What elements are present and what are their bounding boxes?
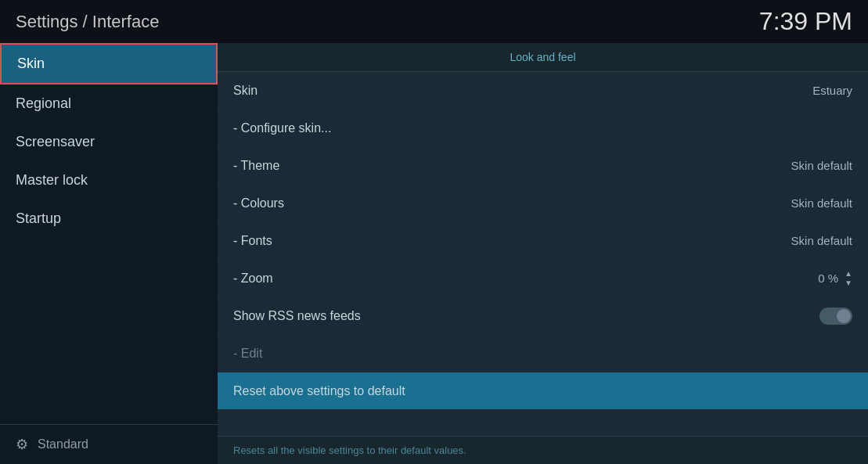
setting-row-configure-skin[interactable]: - Configure skin... xyxy=(218,110,868,147)
sidebar-item-screensaver[interactable]: Screensaver xyxy=(0,123,218,161)
header-title: Settings / Interface xyxy=(16,12,159,32)
sidebar-item-master-lock[interactable]: Master lock xyxy=(0,161,218,200)
main-layout: SkinRegionalScreensaverMaster lockStartu… xyxy=(0,43,868,464)
header-time: 7:39 PM xyxy=(759,7,852,36)
setting-label-reset: Reset above settings to default xyxy=(233,384,405,398)
zoom-controls: 0 %▲▼ xyxy=(818,270,852,287)
zoom-value: 0 % xyxy=(818,272,838,285)
chevron-up-icon[interactable]: ▲ xyxy=(845,270,852,278)
setting-row-reset[interactable]: Reset above settings to default xyxy=(218,372,868,410)
setting-label-fonts: - Fonts xyxy=(233,234,272,248)
settings-list: SkinEstuary- Configure skin...- ThemeSki… xyxy=(218,72,868,436)
setting-row-fonts: - FontsSkin default xyxy=(218,222,868,260)
setting-label-skin: Skin xyxy=(233,84,258,98)
description-bar: Resets all the visible settings to their… xyxy=(218,436,868,464)
setting-label-theme: - Theme xyxy=(233,159,279,173)
toggle-knob xyxy=(837,309,851,323)
setting-value-colours: Skin default xyxy=(791,196,852,210)
setting-value-fonts: Skin default xyxy=(791,234,852,247)
sidebar-item-skin[interactable]: Skin xyxy=(0,43,218,85)
setting-row-rss[interactable]: Show RSS news feeds xyxy=(218,297,868,335)
section-header: Look and feel xyxy=(218,43,868,72)
content-area: Look and feel SkinEstuary- Configure ski… xyxy=(218,43,868,464)
setting-label-configure-skin: - Configure skin... xyxy=(233,121,331,135)
sidebar: SkinRegionalScreensaverMaster lockStartu… xyxy=(0,43,218,464)
gear-icon: ⚙ xyxy=(16,436,28,453)
toggle-rss[interactable] xyxy=(819,308,852,325)
setting-row-edit[interactable]: - Edit xyxy=(218,335,868,372)
sidebar-standard-label: Standard xyxy=(38,437,88,451)
chevron-down-icon[interactable]: ▼ xyxy=(845,279,852,287)
setting-label-zoom: - Zoom xyxy=(233,272,273,286)
setting-row-zoom[interactable]: - Zoom0 %▲▼ xyxy=(218,260,868,297)
sidebar-item-regional[interactable]: Regional xyxy=(0,85,218,123)
setting-value-theme: Skin default xyxy=(791,159,852,172)
sidebar-item-startup[interactable]: Startup xyxy=(0,200,218,238)
setting-label-rss: Show RSS news feeds xyxy=(233,309,361,323)
setting-row-theme: - ThemeSkin default xyxy=(218,147,868,185)
setting-value-skin: Estuary xyxy=(812,84,852,97)
header: Settings / Interface 7:39 PM xyxy=(0,0,868,43)
setting-label-edit: - Edit xyxy=(233,347,262,361)
sidebar-bottom: ⚙ Standard xyxy=(0,424,218,464)
setting-label-colours: - Colours xyxy=(233,196,284,210)
zoom-chevrons[interactable]: ▲▼ xyxy=(845,270,852,287)
setting-row-colours: - ColoursSkin default xyxy=(218,185,868,222)
setting-row-skin: SkinEstuary xyxy=(218,72,868,110)
